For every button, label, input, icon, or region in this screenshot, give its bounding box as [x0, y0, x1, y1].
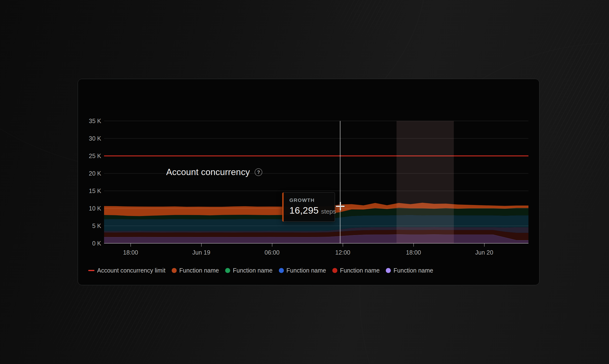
legend-item-limit[interactable]: Account concurrency limit [88, 267, 166, 274]
legend-dot-icon [225, 268, 230, 273]
x-tick-label: 18:00 [123, 249, 138, 256]
legend-item-function-3[interactable]: Function name [279, 267, 326, 274]
legend-label: Function name [233, 267, 272, 274]
tooltip-value: 16,295 [289, 205, 319, 216]
tooltip-unit: steps [321, 208, 336, 215]
x-tick-label: Jun 19 [192, 249, 210, 256]
stacked-area-chart [104, 121, 528, 243]
legend-item-function-5[interactable]: Function name [386, 267, 433, 274]
x-axis-labels: 18:00Jun 1906:0012:0018:00Jun 20 [104, 249, 528, 257]
x-tick-mark [343, 243, 343, 247]
legend-dot-icon [332, 268, 337, 273]
y-tick-label: 35 K [79, 117, 101, 125]
y-tick-label: 10 K [79, 205, 101, 212]
tooltip-series-name: GROWTH [289, 197, 335, 203]
chart-tooltip: GROWTH 16,295 steps [282, 192, 335, 222]
x-axis-ticks [104, 243, 528, 247]
legend-label: Function name [179, 267, 219, 274]
x-tick-mark [130, 243, 131, 247]
x-tick-mark [484, 243, 484, 247]
chart-legend: Account concurrency limitFunction nameFu… [88, 266, 433, 274]
x-tick-mark [413, 243, 414, 247]
legend-label: Function name [393, 267, 433, 274]
x-tick-mark [201, 243, 202, 247]
y-tick-label: 15 K [79, 187, 101, 195]
y-tick-label: 5 K [79, 222, 101, 229]
legend-dot-icon [279, 268, 284, 273]
x-tick-label: 06:00 [264, 249, 279, 256]
legend-label: Function name [287, 267, 326, 274]
background-hatch [317, 0, 417, 43]
highlight-region [397, 121, 454, 243]
legend-item-function-1[interactable]: Function name [172, 267, 219, 274]
y-tick-label: 0 K [79, 240, 101, 247]
y-tick-label: 25 K [79, 153, 101, 159]
y-axis-labels: 35 K30 K25 K20 K15 K10 K5 K0 K [79, 121, 101, 243]
x-tick-mark [272, 243, 272, 247]
y-tick-label: 20 K [79, 170, 101, 177]
legend-dot-icon [172, 268, 177, 273]
legend-label: Function name [340, 267, 380, 274]
x-tick-label: 18:00 [406, 249, 421, 256]
y-tick-label: 30 K [79, 135, 101, 142]
x-tick-label: 12:00 [335, 249, 350, 256]
legend-item-function-4[interactable]: Function name [332, 267, 380, 274]
x-tick-label: Jun 20 [475, 249, 493, 256]
tooltip-value-row: 16,295 steps [289, 205, 335, 216]
chart-plot-area[interactable] [104, 121, 528, 243]
legend-item-function-2[interactable]: Function name [225, 267, 272, 274]
legend-dash-icon [88, 270, 95, 271]
legend-dot-icon [386, 268, 391, 273]
legend-label: Account concurrency limit [97, 267, 166, 274]
